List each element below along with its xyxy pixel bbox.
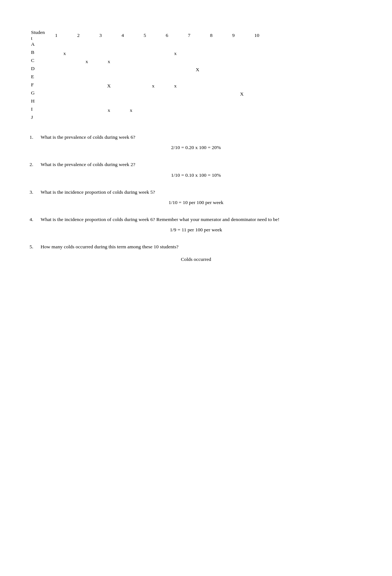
- grid-cell: [209, 49, 231, 58]
- col-header-4: 4: [120, 30, 142, 41]
- grid-cell: [120, 58, 142, 66]
- table-row: FXxx: [30, 82, 275, 90]
- grid-cell: [76, 74, 98, 82]
- question-number: 2.: [30, 161, 41, 168]
- col-header-6: 6: [164, 30, 186, 41]
- grid-cell: [54, 114, 76, 123]
- grid-cell: [54, 90, 76, 98]
- grid-cell: [186, 82, 209, 90]
- questions-section: 1.What is the prevalence of colds during…: [30, 134, 362, 262]
- grid-cell: [142, 98, 164, 106]
- col-header-1: 1: [54, 30, 76, 41]
- table-row: E: [30, 74, 275, 82]
- grid-cell: [54, 66, 76, 74]
- question-number: 5.: [30, 243, 41, 251]
- grid-cell: [209, 114, 231, 123]
- table-row: Ixx: [30, 106, 275, 114]
- colds-occurred-label: Colds occurred: [30, 256, 362, 262]
- grid-cell: [54, 58, 76, 66]
- question-block: 2.What is the prevalence of colds during…: [30, 161, 362, 178]
- answer-text: 2/10 = 0.20 x 100 = 20%: [30, 145, 362, 151]
- grid-cell: [231, 66, 253, 74]
- student-label: D: [30, 66, 54, 74]
- answer-text: 1/9 = 11 per 100 per week: [30, 227, 362, 233]
- question-block: 5.How many colds occurred during this te…: [30, 243, 362, 262]
- grid-cell: [98, 66, 120, 74]
- grid-cell: [209, 98, 231, 106]
- question-text: How many colds occurred during this term…: [41, 243, 362, 251]
- grid-cell: [186, 74, 209, 82]
- grid-cell: [120, 90, 142, 98]
- grid-cell: [76, 49, 98, 58]
- grid-cell: [253, 106, 275, 114]
- grid-cell: [253, 66, 275, 74]
- question-text: What is the incidence proportion of cold…: [41, 216, 362, 223]
- grid-cell: [231, 58, 253, 66]
- grid-cell: [98, 98, 120, 106]
- grid-cell: [98, 41, 120, 49]
- grid-cell: [253, 49, 275, 58]
- grid-cell: [186, 90, 209, 98]
- grid-cell: x: [98, 106, 120, 114]
- grid-cell: [142, 114, 164, 123]
- grid-cell: X: [231, 90, 253, 98]
- grid-cell: [120, 114, 142, 123]
- question-line: 2.What is the prevalence of colds during…: [30, 161, 362, 168]
- question-number: 3.: [30, 189, 41, 196]
- grid-cell: [186, 41, 209, 49]
- grid-cell: x: [98, 58, 120, 66]
- grid-cell: [164, 58, 186, 66]
- grid-cell: [231, 98, 253, 106]
- table-row: J: [30, 114, 275, 123]
- grid-cell: [54, 74, 76, 82]
- grid-cell: [98, 49, 120, 58]
- grid-cell: [164, 74, 186, 82]
- table-row: GX: [30, 90, 275, 98]
- grid-cell: [142, 41, 164, 49]
- grid-cell: [54, 98, 76, 106]
- grid-cell: [142, 49, 164, 58]
- answer-text: 1/10 = 0.10 x 100 = 10%: [30, 172, 362, 178]
- student-label: E: [30, 74, 54, 82]
- grid-cell: x: [54, 49, 76, 58]
- grid-cell: x: [164, 82, 186, 90]
- question-line: 3.What is the incidence proportion of co…: [30, 189, 362, 196]
- grid-cell: [142, 106, 164, 114]
- table-row: Cxx: [30, 58, 275, 66]
- header-row: Student 1 2 3 4 5 6 7 8 9 10: [30, 30, 275, 41]
- grid-cell: [209, 74, 231, 82]
- grid-cell: x: [120, 106, 142, 114]
- grid-cell: [142, 74, 164, 82]
- grid-cell: [231, 74, 253, 82]
- student-label: H: [30, 98, 54, 106]
- col-header-7: 7: [186, 30, 209, 41]
- grid-table: Student 1 2 3 4 5 6 7 8 9 10 ABxxCxxDXEF…: [30, 30, 275, 123]
- question-block: 4.What is the incidence proportion of co…: [30, 216, 362, 233]
- grid-cell: [209, 58, 231, 66]
- student-label: J: [30, 114, 54, 123]
- grid-cell: [164, 106, 186, 114]
- question-block: 3.What is the incidence proportion of co…: [30, 189, 362, 206]
- grid-cell: [231, 49, 253, 58]
- col-header-5: 5: [142, 30, 164, 41]
- col-header-8: 8: [209, 30, 231, 41]
- grid-cell: X: [98, 82, 120, 90]
- grid-cell: [120, 82, 142, 90]
- grid-cell: [164, 90, 186, 98]
- student-label: I: [30, 106, 54, 114]
- grid-cell: [253, 58, 275, 66]
- table-row: DX: [30, 66, 275, 74]
- grid-cell: [76, 66, 98, 74]
- col-header-3: 3: [98, 30, 120, 41]
- grid-cell: [231, 82, 253, 90]
- grid-cell: [231, 106, 253, 114]
- grid-cell: [54, 82, 76, 90]
- question-line: 5.How many colds occurred during this te…: [30, 243, 362, 251]
- grid-cell: [253, 74, 275, 82]
- grid-cell: [76, 106, 98, 114]
- student-label: F: [30, 82, 54, 90]
- question-line: 1.What is the prevalence of colds during…: [30, 134, 362, 141]
- grid-cell: x: [142, 82, 164, 90]
- grid-cell: x: [164, 49, 186, 58]
- grid-cell: [186, 49, 209, 58]
